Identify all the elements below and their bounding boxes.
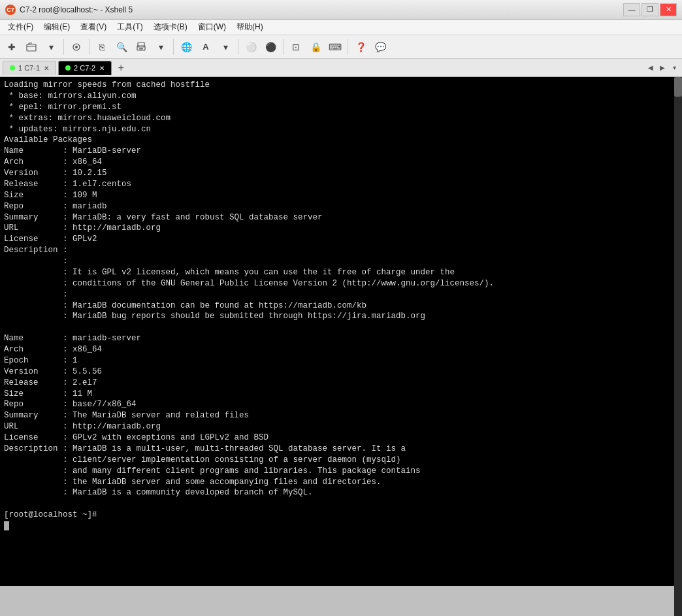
tab-close-2[interactable]: ✕ — [99, 65, 105, 72]
title-bar: C7 C7-2 root@localhost:~ - Xshell 5 — ❐ … — [0, 0, 682, 20]
terminal-wrapper[interactable]: Loading mirror speeds from cached hostfi… — [0, 77, 682, 616]
toolbar: ✚ ▾ ⎘ 🔍 ▾ 🌐 A ▾ ⚪ ⚫ ⊡ 🔒 ⌨ ❓ 💬 — [0, 35, 682, 59]
tab-label-2: 2 C7-2 — [74, 64, 95, 72]
toolbar-play[interactable]: ⚫ — [261, 38, 280, 56]
toolbar-dropdown[interactable]: ▾ — [42, 38, 60, 56]
minimize-button[interactable]: — — [623, 3, 640, 16]
menu-tabs[interactable]: 选项卡(B) — [148, 20, 193, 34]
menu-file[interactable]: 文件(F) — [3, 20, 39, 34]
menu-view[interactable]: 查看(V) — [75, 20, 112, 34]
svg-rect-4 — [137, 46, 145, 50]
menu-tools[interactable]: 工具(T) — [112, 20, 148, 34]
toolbar-sep-3 — [173, 39, 174, 55]
tab-add-button[interactable]: + — [114, 61, 128, 75]
toolbar-font-dropdown[interactable]: ▾ — [216, 38, 235, 56]
toolbar-copy[interactable]: ⎘ — [93, 38, 111, 56]
toolbar-print[interactable] — [132, 38, 150, 56]
toolbar-sep-2 — [89, 39, 89, 55]
tab-nav: ◀ ▶ ▾ — [645, 61, 679, 75]
tab-nav-prev[interactable]: ◀ — [645, 61, 656, 75]
menu-edit[interactable]: 编辑(E) — [39, 20, 75, 34]
toolbar-record[interactable]: ⚪ — [242, 38, 260, 56]
toolbar-new[interactable]: ✚ — [3, 38, 21, 56]
svg-rect-0 — [27, 44, 36, 51]
toolbar-help[interactable]: ❓ — [351, 38, 370, 56]
toolbar-globe[interactable]: 🌐 — [177, 38, 195, 56]
tab-label-1: 1 C7-1 — [18, 64, 40, 72]
app-icon: C7 — [5, 5, 16, 15]
toolbar-sep-1 — [63, 39, 64, 55]
toolbar-chat[interactable]: 💬 — [371, 38, 389, 56]
restore-button[interactable]: ❐ — [641, 3, 658, 16]
tab-close-1[interactable]: ✕ — [44, 65, 49, 72]
tab-nav-menu[interactable]: ▾ — [669, 61, 679, 75]
toolbar-keyboard[interactable]: ⌨ — [326, 38, 344, 56]
toolbar-sep-5 — [283, 39, 284, 55]
toolbar-font[interactable]: A — [197, 38, 215, 56]
svg-point-2 — [75, 46, 78, 48]
svg-rect-3 — [138, 42, 144, 47]
toolbar-print-dropdown[interactable]: ▾ — [152, 38, 170, 56]
scrollbar[interactable] — [674, 77, 682, 616]
toolbar-sep-4 — [238, 39, 238, 55]
tab-c7-1[interactable]: 1 C7-1 ✕ — [3, 61, 56, 75]
scrollbar-thumb[interactable] — [674, 77, 682, 97]
menu-bar: 文件(F) 编辑(E) 查看(V) 工具(T) 选项卡(B) 窗口(W) 帮助(… — [0, 20, 682, 35]
tab-dot-2 — [65, 65, 71, 71]
menu-help[interactable]: 帮助(H) — [231, 20, 268, 34]
toolbar-open[interactable] — [22, 38, 41, 56]
toolbar-properties[interactable] — [67, 38, 86, 56]
toolbar-sep-6 — [348, 39, 348, 55]
terminal-output[interactable]: Loading mirror speeds from cached hostfi… — [0, 77, 682, 586]
tab-c7-2[interactable]: 2 C7-2 ✕ — [58, 61, 112, 75]
svg-rect-5 — [139, 48, 143, 50]
toolbar-find[interactable]: 🔍 — [112, 38, 131, 56]
tab-dot-1 — [10, 65, 15, 71]
main-content: Loading mirror speeds from cached hostfi… — [0, 77, 682, 616]
menu-window[interactable]: 窗口(W) — [193, 20, 231, 34]
toolbar-lock[interactable]: 🔒 — [306, 38, 325, 56]
tab-nav-next[interactable]: ▶ — [657, 61, 668, 75]
toolbar-fullscreen[interactable]: ⊡ — [287, 38, 305, 56]
close-button[interactable]: ✕ — [660, 3, 677, 16]
window-controls: — ❐ ✕ — [623, 3, 677, 16]
title-bar-text: C7-2 root@localhost:~ - Xshell 5 — [20, 5, 623, 14]
tabs-bar: 1 C7-1 ✕ 2 C7-2 ✕ + ◀ ▶ ▾ — [0, 59, 682, 77]
